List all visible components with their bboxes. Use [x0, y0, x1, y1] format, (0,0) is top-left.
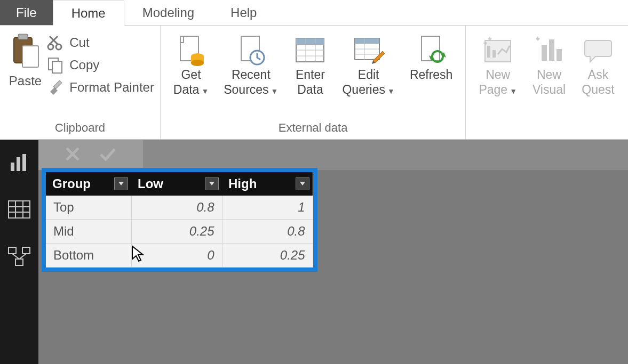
- table-row[interactable]: Top 0.8 1: [46, 196, 313, 220]
- format-painter-button[interactable]: Format Painter: [47, 79, 154, 96]
- menu-modeling[interactable]: Modeling: [124, 0, 212, 25]
- cell-high[interactable]: 1: [222, 196, 313, 220]
- svg-rect-31: [557, 49, 562, 61]
- ask-question-button[interactable]: AskQuest: [574, 29, 623, 97]
- copy-label: Copy: [69, 58, 99, 72]
- copy-button[interactable]: Copy: [47, 56, 154, 74]
- svg-point-4: [56, 44, 61, 50]
- nav-report-view[interactable]: [7, 151, 31, 174]
- svg-rect-27: [487, 46, 490, 58]
- edit-queries-icon: [352, 33, 386, 67]
- refresh-button[interactable]: Refresh: [402, 29, 460, 82]
- recent-sources-button[interactable]: RecentSources▼: [216, 29, 285, 99]
- svg-rect-1: [18, 34, 28, 39]
- svg-rect-28: [492, 50, 496, 58]
- refresh-icon: [414, 33, 448, 67]
- filter-dropdown-icon[interactable]: [296, 177, 309, 190]
- canvas: Group Low High: [38, 140, 628, 364]
- paste-button[interactable]: Paste: [6, 29, 47, 88]
- svg-rect-6: [52, 61, 62, 73]
- svg-rect-30: [549, 39, 554, 61]
- cell-group[interactable]: Bottom: [46, 244, 131, 268]
- cell-low[interactable]: 0.8: [131, 196, 222, 220]
- data-table: Group Low High: [46, 172, 313, 268]
- column-header-high[interactable]: High: [222, 172, 313, 196]
- cell-high[interactable]: 0.25: [222, 244, 313, 268]
- nav-model-view[interactable]: [7, 245, 31, 268]
- filter-dropdown-icon[interactable]: [205, 177, 219, 190]
- svg-rect-33: [17, 157, 20, 171]
- svg-rect-41: [22, 247, 30, 254]
- speech-bubble-icon: [581, 33, 615, 67]
- svg-point-11: [191, 60, 204, 66]
- ribbon-group-insert: NewPage▼ NewVisual AskQuest: [466, 26, 628, 139]
- svg-rect-35: [9, 201, 30, 218]
- svg-rect-40: [9, 247, 16, 254]
- cell-low[interactable]: 0.25: [131, 220, 222, 244]
- enter-data-button[interactable]: EnterData: [285, 29, 335, 97]
- column-header-group[interactable]: Group: [46, 172, 131, 196]
- copy-icon: [47, 56, 64, 74]
- menu-file[interactable]: File: [0, 0, 53, 25]
- left-nav: [0, 140, 38, 364]
- formula-bar[interactable]: [143, 140, 628, 170]
- menu-help[interactable]: Help: [212, 0, 275, 25]
- ribbon-group-external-label: External data: [279, 119, 348, 139]
- chevron-down-icon: ▼: [507, 87, 517, 95]
- recent-sources-icon: [234, 33, 268, 67]
- paste-label: Paste: [9, 74, 42, 88]
- work-area: Group Low High: [0, 140, 628, 364]
- cell-high[interactable]: 0.8: [222, 220, 313, 244]
- chevron-down-icon: ▼: [199, 87, 209, 95]
- new-page-icon: [481, 33, 515, 67]
- scissors-icon: [47, 34, 64, 51]
- menu-bar: File Home Modeling Help: [0, 0, 628, 26]
- svg-rect-29: [542, 45, 547, 61]
- svg-rect-2: [22, 46, 38, 67]
- cell-low[interactable]: 0: [131, 244, 222, 268]
- svg-rect-42: [15, 259, 23, 265]
- cut-label: Cut: [69, 35, 89, 50]
- chevron-down-icon: ▼: [385, 87, 395, 95]
- nav-data-view[interactable]: [7, 198, 31, 221]
- data-table-visual[interactable]: Group Low High: [42, 168, 317, 272]
- ribbon: Paste Cut Copy: [0, 26, 628, 140]
- svg-point-3: [48, 44, 53, 50]
- get-data-icon: [174, 33, 208, 67]
- formula-commit-icon[interactable]: [99, 146, 117, 164]
- chevron-down-icon: ▼: [269, 87, 279, 95]
- format-painter-label: Format Painter: [69, 80, 154, 95]
- ribbon-group-clipboard: Paste Cut Copy: [0, 26, 161, 139]
- cell-group[interactable]: Top: [46, 196, 131, 220]
- menu-home[interactable]: Home: [53, 1, 124, 26]
- get-data-button[interactable]: GetData▼: [166, 29, 216, 99]
- edit-queries-button[interactable]: EditQueries▼: [335, 29, 402, 99]
- new-page-button[interactable]: NewPage▼: [471, 29, 524, 99]
- svg-rect-15: [296, 38, 324, 45]
- formula-bar-buttons: [38, 140, 143, 170]
- table-row[interactable]: Bottom 0 0.25: [46, 244, 313, 268]
- formula-cancel-icon[interactable]: [65, 146, 81, 164]
- new-visual-icon: [532, 33, 566, 67]
- new-visual-button[interactable]: NewVisual: [524, 29, 574, 97]
- cut-button[interactable]: Cut: [47, 34, 154, 51]
- paintbrush-icon: [47, 79, 64, 96]
- cell-group[interactable]: Mid: [46, 220, 131, 244]
- ribbon-group-clipboard-label: Clipboard: [55, 119, 105, 139]
- ribbon-group-external-data: GetData▼ RecentSources▼ EnterData EditQu…: [161, 26, 466, 139]
- table-row[interactable]: Mid 0.25 0.8: [46, 220, 313, 244]
- svg-rect-21: [355, 38, 379, 44]
- filter-dropdown-icon[interactable]: [114, 177, 128, 190]
- svg-rect-32: [11, 163, 14, 171]
- svg-rect-7: [53, 80, 62, 89]
- paste-icon: [11, 33, 41, 71]
- svg-rect-34: [22, 154, 26, 171]
- enter-data-icon: [293, 33, 327, 67]
- column-header-low[interactable]: Low: [131, 172, 222, 196]
